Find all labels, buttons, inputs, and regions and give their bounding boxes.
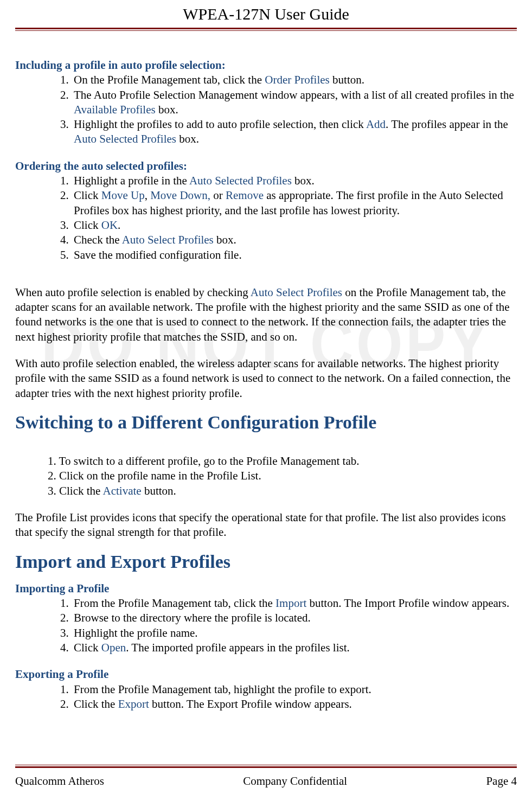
text: When auto profile selection is enabled b… [15,286,251,299]
text: box. [156,103,178,116]
text: button. The Export Profile window appear… [149,697,352,710]
footer-center: Company Confidential [243,774,347,789]
paragraph-auto-profile-2: With auto profile selection enabled, the… [15,356,517,401]
ui-term-import: Import [275,597,306,610]
text: , [145,189,151,202]
page-header: WPEA-127N User Guide [15,0,517,27]
list-item: From the Profile Management tab, click t… [72,596,517,611]
heading-switching-profile: Switching to a Different Configuration P… [15,411,517,434]
list-item: Click Move Up, Move Down, or Remove as a… [72,188,517,218]
list-importing: From the Profile Management tab, click t… [54,596,517,655]
list-item: 2. Click on the profile name in the Prof… [48,469,517,483]
ui-term-auto-select-profiles: Auto Select Profiles [122,233,214,246]
list-item: 1. To switch to a different profile, go … [48,454,517,469]
list-item: Save the modified configuration file. [72,248,517,262]
text: button. [142,484,176,497]
ui-term-remove: Remove [226,189,264,202]
list-item: On the Profile Management tab, click the… [72,73,517,87]
list-item: Highlight the profile name. [72,626,517,641]
ui-term-order-profiles: Order Profiles [265,73,330,86]
text: box. [214,233,236,246]
list-item: Browse to the directory where the profil… [72,611,517,625]
list-item: 3. Click the Activate button. [48,484,517,498]
text: . The imported profile appears in the pr… [126,641,350,654]
text: box. [176,132,199,145]
list-item: Click Open. The imported profile appears… [72,641,517,655]
paragraph-profile-list: The Profile List provides icons that spe… [15,510,517,540]
text: . The profiles appear in the [386,118,508,131]
paragraph-auto-profile-1: When auto profile selection is enabled b… [15,285,517,344]
text: From the Profile Management tab, click t… [74,597,275,610]
footer-rule [15,765,517,768]
text: 3. Click the [48,484,103,497]
heading-including-profile: Including a profile in auto profile sele… [15,58,517,73]
ui-term-move-down: Move Down, [150,189,210,202]
text: or [210,189,226,202]
ui-term-auto-selected-profiles: Auto Selected Profiles [189,174,292,187]
ui-term-auto-select-profiles: Auto Select Profiles [251,286,342,299]
list-including-profile: On the Profile Management tab, click the… [54,73,517,146]
page-content: Including a profile in auto profile sele… [15,31,517,712]
heading-import-export: Import and Export Profiles [15,550,517,574]
text: Click [74,189,101,202]
text: Highlight a profile in the [74,174,189,187]
list-switching: 1. To switch to a different profile, go … [48,454,517,498]
list-item: Click the Export button. The Export Prof… [72,697,517,712]
footer-left: Qualcomm Atheros [15,774,104,789]
text: Save the modified configuration file. [74,248,242,261]
list-item: Check the Auto Select Profiles box. [72,233,517,247]
ui-term-available-profiles: Available Profiles [74,103,156,116]
ui-term-auto-selected-profiles: Auto Selected Profiles [74,132,176,145]
heading-exporting-profile: Exporting a Profile [15,667,517,682]
list-item: From the Profile Management tab, highlig… [72,682,517,697]
text: box. [292,174,315,187]
text: . [118,219,120,232]
page-footer: Qualcomm Atheros Company Confidential Pa… [15,774,517,789]
text: The Auto Profile Selection Management wi… [74,88,514,101]
text: Check the [74,233,122,246]
text: On the Profile Management tab, click the [74,73,265,86]
text: Click [74,641,101,654]
list-ordering-profiles: Highlight a profile in the Auto Selected… [54,174,517,262]
list-item: Highlight a profile in the Auto Selected… [72,174,517,188]
list-exporting: From the Profile Management tab, highlig… [54,682,517,712]
text: button. The Import Profile window appear… [306,597,509,610]
footer-right: Page 4 [486,774,517,789]
heading-ordering-profiles: Ordering the auto selected profiles: [15,159,517,174]
heading-importing-profile: Importing a Profile [15,581,517,596]
list-item: Click OK. [72,218,517,233]
ui-term-export: Export [118,697,149,710]
ui-term-activate: Activate [103,484,142,497]
ui-term-move-up: Move Up [101,189,145,202]
list-item: The Auto Profile Selection Management wi… [72,88,517,118]
text: Click the [74,697,118,710]
ui-term-ok: OK [101,219,118,232]
text: button. [330,73,364,86]
list-item: Highlight the profiles to add to auto pr… [72,117,517,147]
ui-term-open: Open [101,641,126,654]
text: Highlight the profiles to add to auto pr… [74,118,366,131]
text: Click [74,219,101,232]
ui-term-add: Add [366,118,386,131]
